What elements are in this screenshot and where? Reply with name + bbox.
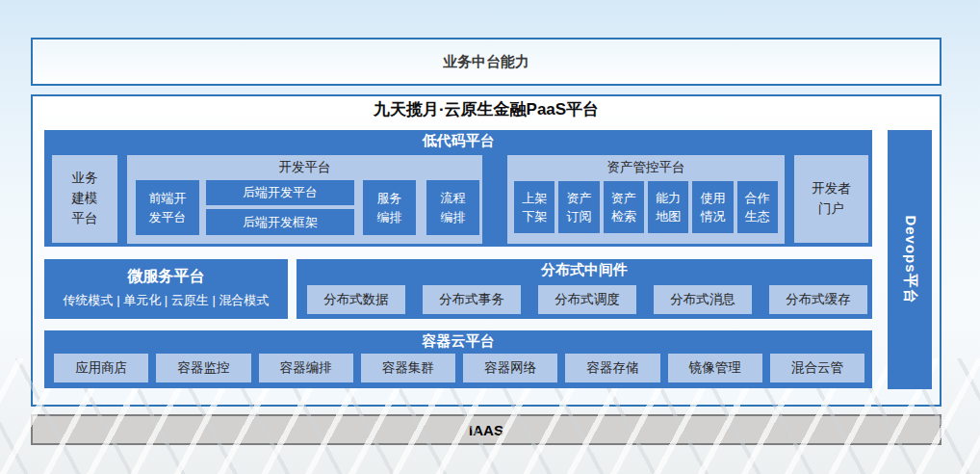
cc-item-container-network: 容器网络 xyxy=(463,354,557,382)
cc-item-container-cluster: 容器集群 xyxy=(361,354,455,382)
mw-item-distributed-scheduling: 分布式调度 xyxy=(538,285,636,314)
process-orchestration-box: 流程 编排 xyxy=(426,180,479,235)
lowcode-platform-title: 低代码平台 xyxy=(44,132,872,150)
cc-item-container-storage: 容器存储 xyxy=(565,354,659,382)
developer-portal-box: 开发者 门户 xyxy=(794,155,868,243)
microservice-platform-modes: 传统模式 | 单元化 | 云原生 | 混合模式 xyxy=(44,292,288,309)
cc-item-container-monitoring: 容器监控 xyxy=(156,354,250,382)
asset-control-items: 上架 下架 资产 订阅 资产 检索 能力 地图 使用 情况 合作 生态 xyxy=(514,181,778,233)
business-modeling-platform-box: 业务 建模 平台 xyxy=(52,155,117,243)
distributed-middleware-items: 分布式数据 分布式事务 分布式调度 分布式消息 分布式缓存 xyxy=(307,285,867,314)
mw-item-distributed-data: 分布式数据 xyxy=(307,285,405,314)
cc-item-container-orchestration: 容器编排 xyxy=(259,354,353,382)
devops-platform-bar: Devops平台 xyxy=(888,130,932,389)
asset-item-cooperation-ecosystem: 合作 生态 xyxy=(737,181,778,233)
paas-platform-title: 九天揽月·云原生金融PaaS平台 xyxy=(31,98,941,120)
asset-control-platform-title: 资产管控平台 xyxy=(507,159,785,176)
cc-item-app-store: 应用商店 xyxy=(54,354,148,382)
microservice-platform-block: 微服务平台 传统模式 | 单元化 | 云原生 | 混合模式 xyxy=(44,259,288,319)
asset-item-usage: 使用 情况 xyxy=(692,181,733,233)
asset-item-subscription: 资产 订阅 xyxy=(558,181,599,233)
devops-platform-label: Devops平台 xyxy=(901,215,919,303)
distributed-middleware-title: 分布式中间件 xyxy=(297,261,872,279)
container-cloud-items: 应用商店 容器监控 容器编排 容器集群 容器网络 容器存储 镜像管理 混合云管 xyxy=(54,354,864,382)
iaas-bar: IAAS xyxy=(31,414,941,445)
dev-platform-section: 开发平台 前端开 发平台 后端开发平台 后端开发框架 服务 编排 流程 编排 xyxy=(127,155,482,244)
backend-dev-framework-box: 后端开发框架 xyxy=(206,209,354,235)
distributed-middleware-block: 分布式中间件 分布式数据 分布式事务 分布式调度 分布式消息 分布式缓存 xyxy=(297,259,872,319)
mw-item-distributed-message: 分布式消息 xyxy=(654,285,752,314)
mw-item-distributed-cache: 分布式缓存 xyxy=(769,285,867,314)
service-orchestration-box: 服务 编排 xyxy=(363,180,416,235)
microservice-platform-title: 微服务平台 xyxy=(44,267,288,287)
iaas-label: IAAS xyxy=(469,422,503,438)
architecture-diagram: 业务中台能力 九天揽月·云原生金融PaaS平台 低代码平台 业务 建模 平台 开… xyxy=(0,0,980,474)
backend-dev-platform-box: 后端开发平台 xyxy=(206,180,354,205)
business-middle-platform-box: 业务中台能力 xyxy=(31,38,941,86)
asset-item-shelving: 上架 下架 xyxy=(514,181,554,233)
asset-item-search: 资产 检索 xyxy=(604,181,644,233)
dev-platform-title: 开发平台 xyxy=(127,159,482,176)
cc-item-hybrid-cloud-management: 混合云管 xyxy=(770,354,864,382)
container-cloud-platform-block: 容器云平台 应用商店 容器监控 容器编排 容器集群 容器网络 容器存储 镜像管理… xyxy=(44,330,872,388)
asset-control-platform-section: 资产管控平台 上架 下架 资产 订阅 资产 检索 能力 地图 使用 情况 合作 … xyxy=(507,155,785,244)
business-middle-platform-label: 业务中台能力 xyxy=(443,53,529,71)
mw-item-distributed-transaction: 分布式事务 xyxy=(423,285,521,314)
cc-item-image-management: 镜像管理 xyxy=(668,354,762,382)
frontend-dev-platform-box: 前端开 发平台 xyxy=(136,180,199,235)
asset-item-capability-map: 能力 地图 xyxy=(648,181,688,233)
container-cloud-platform-title: 容器云平台 xyxy=(44,332,872,351)
